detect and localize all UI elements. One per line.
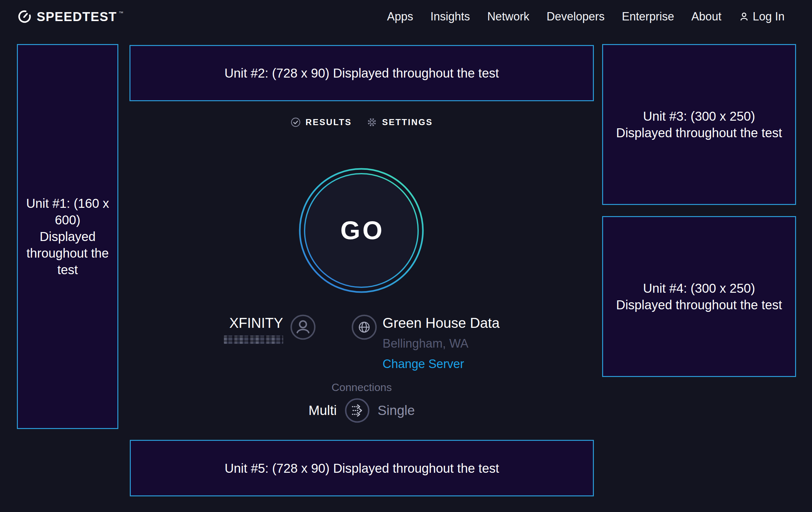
server-block: Green House Data Bellingham, WA Change S… bbox=[351, 315, 500, 370]
tab-settings-label: SETTINGS bbox=[382, 118, 433, 127]
tab-results-label: RESULTS bbox=[306, 118, 352, 127]
logo-text: SPEEDTEST bbox=[37, 10, 117, 23]
nav-item-developers[interactable]: Developers bbox=[547, 11, 605, 22]
login-button[interactable]: Log In bbox=[738, 11, 785, 22]
connection-info-row: XFINITY Green House Data Bellingham, WA … bbox=[129, 315, 594, 370]
globe-circle-icon bbox=[351, 315, 377, 340]
redacted-ip-address bbox=[224, 335, 283, 344]
nav-item-enterprise[interactable]: Enterprise bbox=[622, 11, 674, 22]
server-location: Bellingham, WA bbox=[383, 338, 468, 350]
logo-trademark: ™ bbox=[119, 10, 123, 16]
ad-unit-1-text: Unit #1: (160 x 600) Displayed throughou… bbox=[26, 195, 110, 278]
ad-unit-4[interactable]: Unit #4: (300 x 250) Displayed throughou… bbox=[602, 216, 796, 377]
main-nav: Apps Insights Network Developers Enterpr… bbox=[387, 11, 785, 22]
tab-results[interactable]: RESULTS bbox=[291, 117, 352, 127]
results-settings-tabs: RESULTS SETTINGS bbox=[129, 112, 594, 132]
nav-item-insights[interactable]: Insights bbox=[431, 11, 470, 22]
isp-user-circle-icon bbox=[290, 315, 316, 340]
change-server-link[interactable]: Change Server bbox=[383, 358, 464, 370]
isp-name: XFINITY bbox=[229, 316, 283, 330]
ad-unit-5[interactable]: Unit #5: (728 x 90) Displayed throughout… bbox=[130, 440, 594, 496]
connections-label: Connections bbox=[331, 382, 392, 393]
go-label: GO bbox=[297, 167, 425, 294]
ad-unit-5-text: Unit #5: (728 x 90) Displayed throughout… bbox=[225, 460, 499, 477]
ad-unit-1[interactable]: Unit #1: (160 x 600) Displayed throughou… bbox=[17, 44, 118, 429]
nav-item-network[interactable]: Network bbox=[487, 11, 529, 22]
ad-unit-2-text: Unit #2: (728 x 90) Displayed throughout… bbox=[225, 65, 499, 81]
speedometer-gauge-icon bbox=[18, 9, 32, 24]
header: SPEEDTEST ™ Apps Insights Network Develo… bbox=[18, 7, 785, 26]
speedtest-page: { "header": { "logo_text": "SPEEDTEST", … bbox=[0, 0, 812, 512]
ad-unit-3-text: Unit #3: (300 x 250) Displayed throughou… bbox=[616, 108, 782, 141]
connections-section: Connections Multi Single bbox=[129, 382, 594, 423]
connections-multi-option[interactable]: Multi bbox=[309, 403, 337, 418]
server-name: Green House Data bbox=[383, 316, 500, 330]
multi-connections-toggle-icon[interactable] bbox=[344, 398, 370, 423]
check-circle-icon bbox=[291, 117, 301, 127]
ad-unit-4-text: Unit #4: (300 x 250) Displayed throughou… bbox=[616, 280, 782, 313]
connections-single-option[interactable]: Single bbox=[378, 403, 415, 418]
user-icon bbox=[738, 11, 750, 22]
isp-block: XFINITY bbox=[224, 315, 316, 370]
tab-settings[interactable]: SETTINGS bbox=[367, 117, 433, 128]
login-label: Log In bbox=[753, 11, 785, 22]
nav-item-about[interactable]: About bbox=[691, 11, 721, 22]
nav-item-apps[interactable]: Apps bbox=[387, 11, 413, 22]
ad-unit-2[interactable]: Unit #2: (728 x 90) Displayed throughout… bbox=[129, 45, 594, 101]
gear-icon bbox=[367, 117, 377, 128]
ad-unit-3[interactable]: Unit #3: (300 x 250) Displayed throughou… bbox=[602, 44, 796, 205]
go-button[interactable]: GO bbox=[297, 167, 425, 294]
speedtest-logo[interactable]: SPEEDTEST ™ bbox=[18, 9, 123, 24]
